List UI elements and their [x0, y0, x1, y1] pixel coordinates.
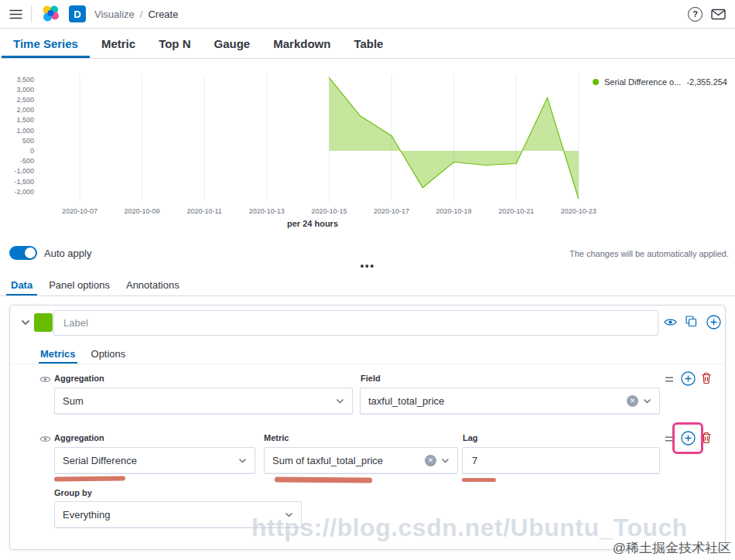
group-by-select[interactable]: Everything	[54, 501, 302, 528]
eye-icon	[39, 375, 51, 384]
y-axis-labels: 3,5003,0002,5002,0001,5001,0005000-500-1…	[0, 74, 40, 203]
tab-options[interactable]: Options	[90, 344, 128, 364]
tab-label: Time Series	[13, 37, 78, 50]
toggle-switch[interactable]	[9, 246, 37, 260]
chevron-down-icon	[643, 398, 651, 404]
tab-annotations[interactable]: Annotations	[121, 275, 184, 295]
eye-icon	[39, 435, 51, 443]
tab-label: Metric	[101, 37, 135, 50]
field-label: Field	[361, 374, 381, 383]
legend-series-value: -2,355.254	[686, 77, 727, 87]
elastic-logo[interactable]	[40, 4, 60, 24]
aggregation-select[interactable]: Sum	[54, 388, 353, 415]
elastic-logo-icon	[40, 4, 60, 24]
watermark-credit: @稀土掘金技术社区	[613, 539, 731, 557]
trash-icon	[701, 372, 712, 384]
y-tick-label: -2,000	[14, 188, 34, 196]
y-tick-label: 1,000	[16, 127, 34, 135]
tab-label: Metrics	[40, 348, 76, 360]
help-button[interactable]: ?	[688, 7, 703, 22]
x-tick-label: 2020-10-17	[361, 207, 422, 215]
toggle-series-visibility-button[interactable]	[664, 317, 677, 327]
menu-button[interactable]	[9, 9, 22, 19]
legend-series-name: Serial Difference o...	[604, 77, 681, 87]
y-tick-label: 3,000	[16, 86, 34, 94]
deployment-badge[interactable]: D	[69, 5, 86, 22]
tab-panel-options[interactable]: Panel options	[44, 275, 115, 295]
breadcrumb-visualize[interactable]: Visualize	[94, 9, 135, 20]
x-tick-label: 2020-10-07	[49, 207, 111, 215]
y-tick-label: 2,000	[16, 106, 34, 114]
tab-time-series[interactable]: Time Series	[2, 29, 90, 58]
chart-legend[interactable]: Serial Difference o... -2,355.254	[593, 77, 727, 87]
add-metric-button[interactable]	[681, 431, 696, 446]
legend-color-dot	[593, 79, 599, 85]
series-color-swatch[interactable]	[34, 313, 53, 332]
metric-combobox[interactable]: Sum of taxful_total_price ✕	[264, 447, 458, 474]
delete-metric-button[interactable]	[701, 372, 712, 384]
add-metric-button[interactable]	[681, 371, 696, 386]
field-combobox[interactable]: taxful_total_price ✕	[360, 388, 660, 415]
chevron-down-icon	[336, 398, 344, 404]
red-underline-annotation	[275, 476, 372, 483]
newsfeed-button[interactable]	[711, 9, 726, 20]
tab-label: Data	[11, 279, 32, 291]
tab-markdown[interactable]: Markdown	[262, 29, 342, 58]
aggregation-select-value: Serial Difference	[63, 455, 234, 466]
y-tick-label: 3,500	[16, 76, 34, 84]
x-tick-label: 2020-10-09	[111, 207, 173, 215]
aggregation-select[interactable]: Serial Difference	[54, 447, 255, 474]
chevron-down-icon	[285, 512, 293, 517]
top-navbar: D Visualize / Create ?	[0, 0, 735, 29]
tab-label: Markdown	[273, 37, 330, 50]
series-editor-card: Metrics Options Aggregation Sum Field ta…	[9, 305, 726, 550]
metric-row-visibility[interactable]	[39, 435, 51, 443]
clear-selection-icon[interactable]: ✕	[425, 455, 436, 466]
breadcrumb-current: Create	[148, 9, 178, 20]
tab-label: Options	[91, 348, 126, 360]
hamburger-icon	[9, 9, 22, 19]
x-axis-labels: 2020-10-072020-10-092020-10-112020-10-13…	[45, 207, 580, 217]
chevron-down-icon	[21, 319, 30, 326]
drag-lines-icon	[665, 435, 674, 442]
auto-apply-hint: The changes will be automatically applie…	[569, 249, 729, 258]
panel-config-tabs: Data Panel options Annotations	[0, 275, 735, 296]
auto-apply-toggle[interactable]: Auto apply	[9, 246, 91, 260]
tab-gauge[interactable]: Gauge	[203, 29, 262, 58]
tab-label: Annotations	[126, 279, 179, 291]
tab-table[interactable]: Table	[342, 29, 395, 58]
drag-handle-icon[interactable]	[665, 376, 674, 383]
clone-series-button[interactable]	[685, 316, 697, 327]
kibana-visualize-app: D Visualize / Create ? Time Series Metri…	[0, 0, 735, 560]
series-label-input[interactable]	[53, 310, 658, 336]
x-tick-label: 2020-10-11	[173, 207, 235, 215]
tab-label: Gauge	[214, 37, 251, 50]
collapse-series-button[interactable]	[21, 319, 30, 326]
auto-apply-label: Auto apply	[44, 248, 91, 259]
time-series-plot[interactable]	[45, 74, 580, 202]
trash-icon	[701, 432, 712, 444]
tab-label: Panel options	[49, 279, 110, 291]
lag-input[interactable]	[462, 447, 660, 474]
add-series-button[interactable]	[706, 315, 721, 330]
x-tick-label: 2020-10-23	[548, 207, 610, 215]
y-tick-label: 2,500	[16, 96, 34, 104]
toggle-knob	[25, 248, 36, 258]
tab-top-n[interactable]: Top N	[147, 29, 202, 58]
group-by-select-value: Everything	[63, 509, 280, 521]
delete-metric-button[interactable]	[701, 432, 712, 444]
y-tick-label: -500	[20, 157, 34, 165]
x-axis-title: per 24 hours	[45, 219, 580, 228]
tab-metrics[interactable]: Metrics	[39, 344, 77, 364]
metric-combobox-value: Sum of taxful_total_price	[272, 455, 420, 466]
clear-selection-icon[interactable]: ✕	[627, 395, 638, 407]
eye-icon	[664, 317, 677, 327]
red-underline-annotation	[462, 478, 496, 482]
tab-metric[interactable]: Metric	[90, 29, 147, 58]
tab-data[interactable]: Data	[6, 275, 37, 295]
resize-handle[interactable]: •••	[360, 260, 374, 272]
y-tick-label: -1,000	[14, 167, 34, 175]
drag-handle-icon[interactable]	[665, 435, 674, 442]
aggregation-label: Aggregation	[54, 433, 104, 442]
metric-row-visibility[interactable]	[39, 375, 51, 384]
